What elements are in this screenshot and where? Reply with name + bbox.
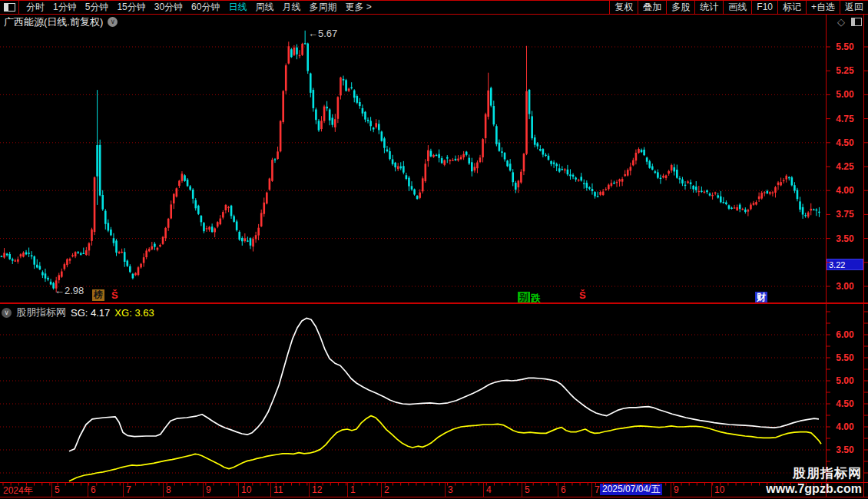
watermark: 股朋指标网 www.7gpzb.com	[766, 464, 862, 496]
period-tab-多周期[interactable]: 多周期	[309, 1, 336, 14]
menu-button-返回[interactable]: 返回	[840, 1, 868, 14]
chart-marker-别: 别	[518, 292, 530, 303]
title-right-icons: ◇	[837, 16, 862, 28]
indicator-chart[interactable]	[0, 304, 826, 482]
chart-marker-财: 财	[755, 292, 767, 303]
date-label: 3	[448, 484, 453, 495]
date-label: 7	[595, 484, 600, 495]
date-label: 9	[674, 484, 679, 495]
date-separator	[381, 483, 382, 497]
menu-button-复权[interactable]: 复权	[609, 1, 638, 14]
date-label: 12	[312, 484, 322, 495]
date-separator	[671, 483, 671, 497]
date-label: 11	[273, 484, 283, 495]
chart-title: 广西能源(日线.前复权)	[4, 15, 103, 29]
date-label: 10	[714, 484, 724, 495]
period-tab-周线[interactable]: 周线	[255, 1, 273, 14]
date-label: 6	[91, 484, 96, 495]
price-axis-label: 5.25	[827, 65, 863, 76]
date-separator	[270, 483, 271, 497]
date-separator	[347, 483, 348, 497]
indicator-axis-label: 4.50	[827, 398, 863, 409]
date-separator	[483, 483, 484, 497]
indicator-axis-label: 6.00	[827, 329, 863, 340]
chart-marker-跌: 跌	[531, 292, 541, 306]
price-axis-label: 3.00	[827, 281, 863, 292]
price-axis-label: 3.50	[827, 233, 863, 244]
date-separator	[309, 483, 310, 497]
date-label: 10	[241, 484, 251, 495]
xg-value: XG: 3.63	[114, 307, 154, 319]
svg-text:←2.98: ←2.98	[55, 285, 84, 296]
date-separator	[558, 483, 558, 497]
date-separator	[51, 483, 52, 497]
watermark-name: 股朋指标网	[766, 464, 862, 482]
period-tab-5分钟[interactable]: 5分钟	[85, 1, 109, 14]
indicator-name: 股朋指标网	[16, 306, 66, 319]
date-label: 7	[126, 484, 131, 495]
price-axis-label: 4.50	[827, 137, 863, 148]
date-label: 5	[55, 484, 60, 495]
period-tab-日线[interactable]: 日线	[228, 1, 247, 14]
price-axis-label: 5.00	[827, 89, 863, 100]
menu-button-叠加[interactable]: 叠加	[638, 1, 666, 14]
date-separator	[163, 483, 164, 497]
price-axis-label: 4.25	[827, 161, 863, 172]
period-tab-分时[interactable]: 分时	[26, 1, 45, 14]
trading-app-window: 分时1分钟5分钟15分钟30分钟60分钟日线周线月线多周期更多 > 复权叠加多股…	[0, 0, 868, 499]
period-tab-更多 >[interactable]: 更多 >	[345, 1, 371, 14]
indicator-axis-label: 4.00	[827, 421, 863, 432]
chart-marker-榜: 榜	[92, 289, 104, 301]
menu-button-标记[interactable]: 标记	[777, 1, 806, 14]
chart-marker-Š: Š	[111, 289, 118, 301]
toolbar: 分时1分钟5分钟15分钟30分钟60分钟日线周线月线多周期更多 > 复权叠加多股…	[0, 0, 868, 15]
date-label: 2024年	[3, 484, 33, 497]
window-pane-icon	[4, 3, 15, 12]
period-tab-15分钟[interactable]: 15分钟	[117, 1, 145, 14]
period-tab-60分钟[interactable]: 60分钟	[191, 1, 220, 14]
indicator-header: ∨ 股朋指标网 SG: 4.17 XG: 3.63	[2, 306, 154, 319]
date-separator	[591, 483, 592, 497]
split-window-icon[interactable]	[851, 18, 862, 26]
chart-marker-Š: Š	[579, 289, 586, 301]
date-label: 1	[350, 484, 356, 495]
price-axis-label: 4.75	[827, 114, 863, 124]
date-separator	[238, 483, 239, 497]
period-menu: 分时1分钟5分钟15分钟30分钟60分钟日线周线月线多周期更多 >	[19, 1, 609, 14]
candlestick-chart[interactable]: ←5.67←2.98	[0, 29, 826, 303]
date-highlight: 2025/07/04/五	[600, 484, 662, 495]
date-label: 5	[525, 484, 530, 495]
date-separator	[88, 483, 88, 497]
title-bar: 广西能源(日线.前复权) ∨	[0, 15, 826, 29]
chevron-down-icon[interactable]: ∨	[2, 308, 12, 318]
date-label: 8	[166, 484, 171, 495]
chevron-down-icon[interactable]: ∨	[108, 17, 118, 27]
date-separator	[123, 483, 124, 497]
date-separator	[522, 483, 522, 497]
period-tab-1分钟[interactable]: 1分钟	[53, 1, 77, 14]
action-menu: 复权叠加多股统计画线F10标记+自选返回	[609, 1, 868, 14]
menu-button-统计[interactable]: 统计	[694, 1, 723, 14]
date-label: 2	[384, 484, 389, 495]
date-axis: 2024年5678910111212345672025/07/04/五910	[0, 483, 868, 497]
period-tab-30分钟[interactable]: 30分钟	[154, 1, 183, 14]
current-price-tag: 3.22	[827, 259, 863, 270]
menu-button-画线[interactable]: 画线	[723, 1, 751, 14]
sg-value: SG: 4.17	[71, 307, 110, 319]
diamond-icon[interactable]: ◇	[837, 16, 845, 28]
date-separator	[203, 483, 204, 497]
price-axis-label: 4.00	[827, 185, 863, 196]
menu-button-F10[interactable]: F10	[751, 1, 777, 14]
price-axis-label: 3.75	[827, 209, 863, 220]
menu-button-+自选[interactable]: +自选	[806, 1, 840, 14]
date-label: 4	[486, 484, 492, 495]
menu-button-多股[interactable]: 多股	[666, 1, 694, 14]
date-separator	[711, 483, 712, 497]
layout-toggle[interactable]	[0, 1, 19, 14]
period-tab-月线[interactable]: 月线	[282, 1, 300, 14]
indicator-axis-label: 3.50	[827, 444, 863, 455]
price-axis-label: 5.50	[827, 41, 863, 52]
svg-text:←5.67: ←5.67	[308, 29, 337, 39]
watermark-url: www.7gpzb.com	[766, 482, 862, 496]
date-label: 9	[206, 484, 211, 495]
